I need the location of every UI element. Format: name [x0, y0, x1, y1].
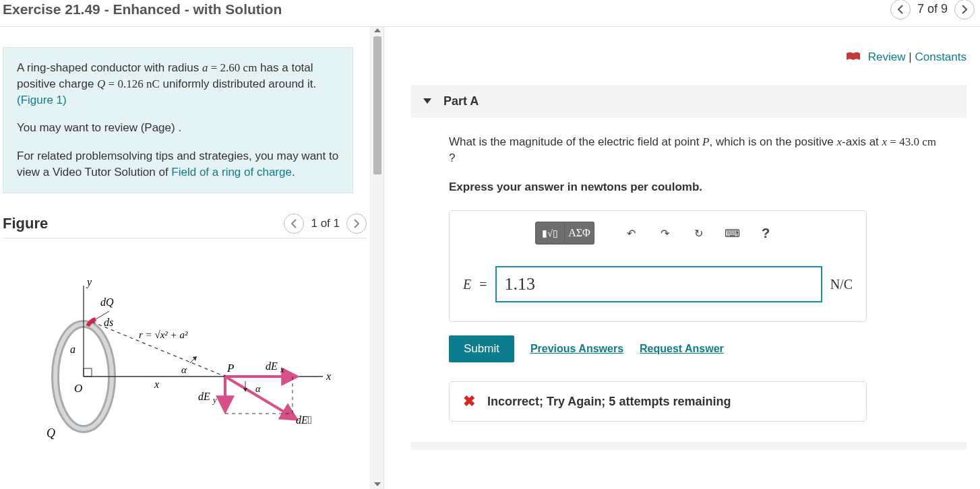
svg-text:y: y [212, 395, 217, 405]
svg-text:r = √x² + a²: r = √x² + a² [139, 329, 188, 340]
text: What is the magnitude of the electric fi… [449, 135, 702, 148]
chevron-left-icon [290, 219, 297, 228]
help-icon: ? [762, 226, 770, 241]
svg-text:P: P [226, 362, 234, 374]
text: = 2.60 [208, 61, 243, 74]
constants-link[interactable]: Constants [915, 51, 967, 63]
main-split: A ring-shaped conductor with radius a = … [0, 27, 980, 489]
text: = 43.0 [887, 135, 922, 148]
answer-input[interactable] [495, 266, 822, 302]
unit-nc: nC [146, 77, 160, 90]
variable-x: x [836, 135, 842, 148]
keyboard-button[interactable]: ⌨ [717, 222, 747, 244]
text: , which is on the positive [709, 135, 836, 148]
video-tutor-link[interactable]: Field of a ring of charge [171, 166, 292, 178]
text: ? [449, 152, 455, 164]
caret-down-icon [423, 98, 431, 104]
chevron-right-icon [353, 219, 360, 228]
next-figure-button[interactable] [346, 214, 367, 234]
unit-cm: cm [922, 135, 936, 148]
submit-row: Submit Previous Answers Request Answer [449, 335, 967, 362]
svg-text:x: x [280, 365, 284, 374]
svg-text:y: y [86, 276, 92, 288]
svg-text:α: α [255, 384, 261, 394]
answer-instructions: Express your answer in newtons per coulo… [449, 179, 937, 196]
equation-toolbar: ▮√▯ ΑΣΦ ↶ ↷ ↻ ⌨ ? [450, 211, 866, 255]
part-a-header[interactable]: Part A [411, 85, 967, 118]
scroll-down-icon[interactable] [374, 482, 381, 486]
svg-text:x: x [326, 370, 331, 382]
scroll-up-icon[interactable] [374, 28, 381, 32]
previous-answers-link[interactable]: Previous Answers [530, 343, 623, 355]
request-answer-link[interactable]: Request Answer [640, 343, 724, 355]
svg-rect-6 [84, 368, 92, 377]
exercise-nav: 7 of 9 [890, 0, 975, 20]
svg-text:dQ: dQ [100, 296, 114, 308]
question-body: What is the magnitude of the electric fi… [411, 118, 937, 196]
help-button[interactable]: ? [751, 222, 780, 244]
submit-button[interactable]: Submit [449, 335, 514, 362]
answer-card: ▮√▯ ΑΣΦ ↶ ↷ ↻ ⌨ ? E = N/C [449, 210, 867, 322]
exercise-position: 7 of 9 [917, 2, 948, 16]
text: -axis at [842, 135, 882, 148]
chevron-left-icon [897, 5, 904, 14]
left-scrollbar[interactable] [370, 27, 384, 489]
figure-nav: 1 of 1 [284, 214, 367, 234]
redo-icon: ↷ [661, 227, 669, 240]
svg-text:α: α [181, 364, 187, 375]
fraction-root-button[interactable]: ▮√▯ [535, 222, 565, 244]
book-icon [846, 51, 861, 65]
figure-position: 1 of 1 [311, 217, 340, 230]
variable-a: a [202, 61, 208, 74]
chevron-right-icon [961, 5, 968, 14]
unit-cm: cm [243, 61, 257, 74]
svg-text:O: O [74, 382, 82, 395]
figure-1-link[interactable]: (Figure 1) [17, 94, 67, 106]
left-panel: A ring-shaped conductor with radius a = … [0, 27, 384, 489]
answer-row: E = N/C [450, 255, 866, 321]
incorrect-icon: ✖ [463, 393, 475, 410]
text: . [292, 166, 295, 178]
prev-figure-button[interactable] [284, 214, 304, 234]
svg-line-27 [225, 377, 293, 417]
top-links: Review | Constants [411, 51, 967, 65]
equals-sign: = [479, 277, 487, 292]
question-text: What is the magnitude of the electric fi… [449, 134, 937, 167]
exercise-title: Exercise 21.49 - Enhanced - with Solutio… [3, 1, 282, 18]
greek-letters-button[interactable]: ΑΣΦ [565, 222, 594, 244]
ring-charge-diagram: y x O a Q dQ ds r = √x² + a² P x α [23, 265, 340, 447]
svg-text:ds: ds [104, 317, 113, 328]
svg-text:a: a [70, 344, 75, 355]
undo-button[interactable]: ↶ [616, 222, 646, 244]
figure-title: Figure [3, 215, 48, 232]
next-part-header [411, 442, 967, 450]
svg-text:x: x [154, 379, 159, 390]
svg-text:dE: dE [198, 391, 210, 402]
keyboard-icon: ⌨ [725, 227, 740, 240]
answer-variable: E [463, 277, 471, 292]
page-header: Exercise 21.49 - Enhanced - with Solutio… [0, 0, 980, 27]
variable-p: P [702, 135, 709, 148]
template-buttons: ▮√▯ ΑΣΦ [535, 222, 594, 244]
scroll-thumb[interactable] [373, 36, 381, 174]
reset-button[interactable]: ↻ [683, 222, 713, 244]
variable-q: Q [97, 77, 105, 90]
problem-paragraph-2: You may want to review (Page) . [17, 120, 339, 136]
variable-x: x [882, 135, 888, 148]
reset-icon: ↻ [694, 227, 703, 240]
undo-icon: ↶ [627, 227, 636, 240]
figure-header: Figure 1 of 1 [3, 214, 367, 238]
review-link[interactable]: Review [868, 51, 906, 63]
svg-marker-20 [193, 356, 197, 361]
prev-exercise-button[interactable] [890, 0, 911, 20]
next-exercise-button[interactable] [954, 0, 975, 20]
text: A ring-shaped conductor with radius [17, 61, 202, 74]
svg-text:dE: dE [266, 360, 278, 372]
problem-paragraph-3: For related problemsolving tips and stra… [17, 148, 339, 181]
redo-button[interactable]: ↷ [650, 222, 679, 244]
problem-statement: A ring-shaped conductor with radius a = … [3, 47, 353, 193]
feedback-text: Incorrect; Try Again; 5 attempts remaini… [487, 395, 731, 409]
svg-text:Q: Q [47, 426, 55, 440]
feedback-box: ✖ Incorrect; Try Again; 5 attempts remai… [449, 381, 867, 422]
part-a-label: Part A [443, 94, 479, 108]
